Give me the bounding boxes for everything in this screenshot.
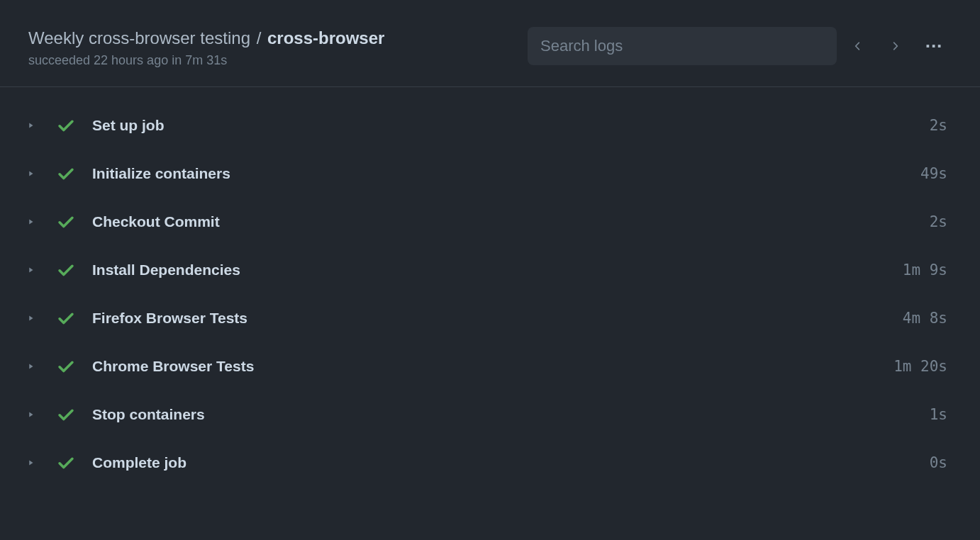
step-name: Checkout Commit xyxy=(92,213,930,230)
step-row[interactable]: Chrome Browser Tests1m 20s xyxy=(20,342,952,390)
step-row[interactable]: Install Dependencies1m 9s xyxy=(20,246,952,294)
expand-toggle[interactable] xyxy=(20,217,41,227)
expand-toggle[interactable] xyxy=(20,120,41,130)
next-button[interactable] xyxy=(879,30,911,62)
more-options-button[interactable]: ··· xyxy=(916,30,952,62)
status-icon-cell xyxy=(48,454,84,472)
workflow-name[interactable]: Weekly cross-browser testing xyxy=(28,28,250,47)
step-row[interactable]: Checkout Commit2s xyxy=(20,198,952,246)
expand-toggle[interactable] xyxy=(20,361,41,371)
job-header: Weekly cross-browser testing / cross-bro… xyxy=(0,0,980,87)
chevron-right-icon xyxy=(26,169,35,179)
breadcrumb: Weekly cross-browser testing / cross-bro… xyxy=(28,27,528,49)
step-duration: 0s xyxy=(930,454,952,471)
check-icon xyxy=(57,357,75,376)
check-icon xyxy=(57,116,75,135)
step-duration: 2s xyxy=(930,117,952,134)
status-icon-cell xyxy=(48,164,84,183)
step-row[interactable]: Set up job2s xyxy=(20,101,952,150)
chevron-left-icon xyxy=(852,40,864,52)
step-duration: 4m 8s xyxy=(903,310,952,327)
kebab-icon: ··· xyxy=(925,35,943,57)
step-duration: 1m 9s xyxy=(903,261,952,279)
previous-button[interactable] xyxy=(842,30,874,62)
steps-list: Set up job2sInitialize containers49sChec… xyxy=(0,87,980,501)
check-icon xyxy=(57,164,75,183)
expand-toggle[interactable] xyxy=(20,313,41,323)
header-tools: ··· xyxy=(528,27,952,65)
expand-toggle[interactable] xyxy=(20,265,41,275)
expand-toggle[interactable] xyxy=(20,458,41,468)
step-name: Set up job xyxy=(92,117,930,134)
step-name: Firefox Browser Tests xyxy=(92,310,903,327)
chevron-right-icon xyxy=(26,120,35,130)
expand-toggle[interactable] xyxy=(20,410,41,420)
step-duration: 1s xyxy=(930,406,952,423)
breadcrumb-separator: / xyxy=(257,28,262,47)
chevron-right-icon xyxy=(26,217,35,227)
step-name: Complete job xyxy=(92,454,930,471)
step-duration: 2s xyxy=(930,213,952,230)
check-icon xyxy=(57,454,75,472)
job-status-text: succeeded 22 hours ago in 7m 31s xyxy=(28,53,528,68)
step-name: Stop containers xyxy=(92,406,930,423)
chevron-right-icon xyxy=(26,361,35,371)
status-icon-cell xyxy=(48,213,84,231)
status-icon-cell xyxy=(48,357,84,376)
chevron-right-icon xyxy=(26,265,35,275)
step-row[interactable]: Stop containers1s xyxy=(20,390,952,439)
chevron-right-icon xyxy=(26,410,35,420)
status-icon-cell xyxy=(48,116,84,135)
step-duration: 1m 20s xyxy=(893,358,952,375)
step-name: Install Dependencies xyxy=(92,261,903,279)
status-icon-cell xyxy=(48,261,84,279)
job-title-block: Weekly cross-browser testing / cross-bro… xyxy=(28,27,528,68)
check-icon xyxy=(57,405,75,424)
step-row[interactable]: Complete job0s xyxy=(20,439,952,487)
check-icon xyxy=(57,261,75,279)
check-icon xyxy=(57,309,75,327)
search-input[interactable] xyxy=(528,27,837,65)
expand-toggle[interactable] xyxy=(20,169,41,179)
chevron-right-icon xyxy=(26,313,35,323)
step-name: Chrome Browser Tests xyxy=(92,358,893,375)
job-name: cross-browser xyxy=(267,28,384,47)
step-row[interactable]: Firefox Browser Tests4m 8s xyxy=(20,294,952,342)
chevron-right-icon xyxy=(889,40,901,52)
step-duration: 49s xyxy=(920,165,952,182)
step-row[interactable]: Initialize containers49s xyxy=(20,150,952,198)
step-name: Initialize containers xyxy=(92,165,920,182)
check-icon xyxy=(57,213,75,231)
chevron-right-icon xyxy=(26,458,35,468)
status-icon-cell xyxy=(48,309,84,327)
status-icon-cell xyxy=(48,405,84,424)
